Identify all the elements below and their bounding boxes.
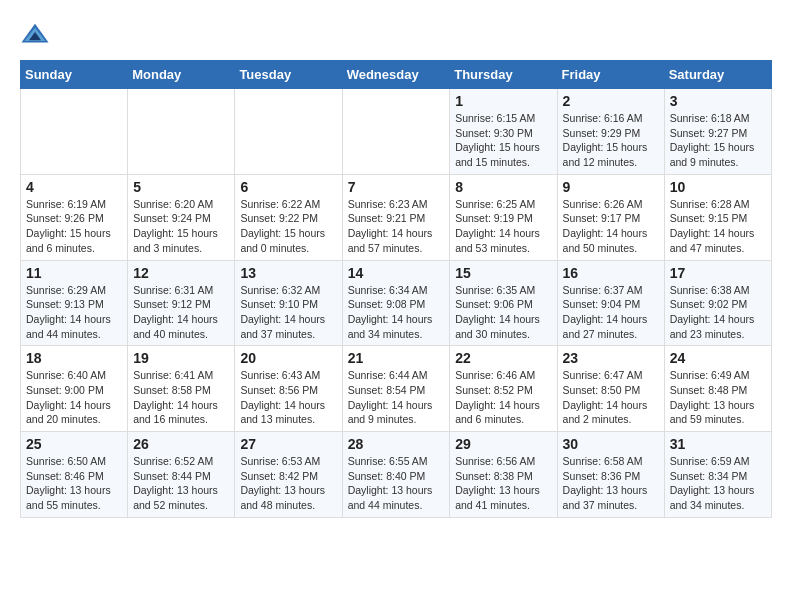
day-number: 9 — [563, 179, 659, 195]
day-number: 21 — [348, 350, 445, 366]
day-number: 4 — [26, 179, 122, 195]
logo — [20, 20, 54, 50]
calendar-cell: 25Sunrise: 6:50 AM Sunset: 8:46 PM Dayli… — [21, 432, 128, 518]
calendar-cell: 26Sunrise: 6:52 AM Sunset: 8:44 PM Dayli… — [128, 432, 235, 518]
day-number: 5 — [133, 179, 229, 195]
day-info: Sunrise: 6:55 AM Sunset: 8:40 PM Dayligh… — [348, 454, 445, 513]
day-number: 25 — [26, 436, 122, 452]
logo-icon — [20, 20, 50, 50]
day-info: Sunrise: 6:38 AM Sunset: 9:02 PM Dayligh… — [670, 283, 766, 342]
calendar-cell: 5Sunrise: 6:20 AM Sunset: 9:24 PM Daylig… — [128, 174, 235, 260]
calendar-header-row: SundayMondayTuesdayWednesdayThursdayFrid… — [21, 61, 772, 89]
calendar-cell: 22Sunrise: 6:46 AM Sunset: 8:52 PM Dayli… — [450, 346, 557, 432]
day-number: 22 — [455, 350, 551, 366]
day-number: 23 — [563, 350, 659, 366]
day-number: 18 — [26, 350, 122, 366]
calendar-cell: 10Sunrise: 6:28 AM Sunset: 9:15 PM Dayli… — [664, 174, 771, 260]
day-number: 26 — [133, 436, 229, 452]
day-number: 3 — [670, 93, 766, 109]
page-header — [20, 20, 772, 50]
day-info: Sunrise: 6:53 AM Sunset: 8:42 PM Dayligh… — [240, 454, 336, 513]
day-number: 7 — [348, 179, 445, 195]
calendar-cell: 19Sunrise: 6:41 AM Sunset: 8:58 PM Dayli… — [128, 346, 235, 432]
day-number: 24 — [670, 350, 766, 366]
calendar-cell: 9Sunrise: 6:26 AM Sunset: 9:17 PM Daylig… — [557, 174, 664, 260]
day-info: Sunrise: 6:31 AM Sunset: 9:12 PM Dayligh… — [133, 283, 229, 342]
day-info: Sunrise: 6:34 AM Sunset: 9:08 PM Dayligh… — [348, 283, 445, 342]
calendar-cell: 8Sunrise: 6:25 AM Sunset: 9:19 PM Daylig… — [450, 174, 557, 260]
day-info: Sunrise: 6:32 AM Sunset: 9:10 PM Dayligh… — [240, 283, 336, 342]
day-number: 1 — [455, 93, 551, 109]
day-info: Sunrise: 6:23 AM Sunset: 9:21 PM Dayligh… — [348, 197, 445, 256]
day-number: 28 — [348, 436, 445, 452]
calendar-cell: 7Sunrise: 6:23 AM Sunset: 9:21 PM Daylig… — [342, 174, 450, 260]
calendar-cell: 31Sunrise: 6:59 AM Sunset: 8:34 PM Dayli… — [664, 432, 771, 518]
day-number: 13 — [240, 265, 336, 281]
day-header-tuesday: Tuesday — [235, 61, 342, 89]
calendar-cell: 30Sunrise: 6:58 AM Sunset: 8:36 PM Dayli… — [557, 432, 664, 518]
day-number: 12 — [133, 265, 229, 281]
day-number: 17 — [670, 265, 766, 281]
day-number: 20 — [240, 350, 336, 366]
day-info: Sunrise: 6:15 AM Sunset: 9:30 PM Dayligh… — [455, 111, 551, 170]
calendar-cell: 18Sunrise: 6:40 AM Sunset: 9:00 PM Dayli… — [21, 346, 128, 432]
day-header-monday: Monday — [128, 61, 235, 89]
day-info: Sunrise: 6:46 AM Sunset: 8:52 PM Dayligh… — [455, 368, 551, 427]
calendar-cell: 28Sunrise: 6:55 AM Sunset: 8:40 PM Dayli… — [342, 432, 450, 518]
day-info: Sunrise: 6:20 AM Sunset: 9:24 PM Dayligh… — [133, 197, 229, 256]
calendar-cell: 11Sunrise: 6:29 AM Sunset: 9:13 PM Dayli… — [21, 260, 128, 346]
day-info: Sunrise: 6:56 AM Sunset: 8:38 PM Dayligh… — [455, 454, 551, 513]
day-number: 19 — [133, 350, 229, 366]
day-number: 16 — [563, 265, 659, 281]
day-info: Sunrise: 6:44 AM Sunset: 8:54 PM Dayligh… — [348, 368, 445, 427]
day-info: Sunrise: 6:59 AM Sunset: 8:34 PM Dayligh… — [670, 454, 766, 513]
day-header-wednesday: Wednesday — [342, 61, 450, 89]
day-info: Sunrise: 6:47 AM Sunset: 8:50 PM Dayligh… — [563, 368, 659, 427]
day-info: Sunrise: 6:29 AM Sunset: 9:13 PM Dayligh… — [26, 283, 122, 342]
day-number: 2 — [563, 93, 659, 109]
calendar-cell: 1Sunrise: 6:15 AM Sunset: 9:30 PM Daylig… — [450, 89, 557, 175]
calendar-cell: 24Sunrise: 6:49 AM Sunset: 8:48 PM Dayli… — [664, 346, 771, 432]
calendar-cell: 15Sunrise: 6:35 AM Sunset: 9:06 PM Dayli… — [450, 260, 557, 346]
day-number: 31 — [670, 436, 766, 452]
day-info: Sunrise: 6:22 AM Sunset: 9:22 PM Dayligh… — [240, 197, 336, 256]
calendar-cell: 23Sunrise: 6:47 AM Sunset: 8:50 PM Dayli… — [557, 346, 664, 432]
calendar-cell — [235, 89, 342, 175]
day-number: 30 — [563, 436, 659, 452]
calendar-cell: 12Sunrise: 6:31 AM Sunset: 9:12 PM Dayli… — [128, 260, 235, 346]
day-info: Sunrise: 6:37 AM Sunset: 9:04 PM Dayligh… — [563, 283, 659, 342]
day-info: Sunrise: 6:35 AM Sunset: 9:06 PM Dayligh… — [455, 283, 551, 342]
day-info: Sunrise: 6:52 AM Sunset: 8:44 PM Dayligh… — [133, 454, 229, 513]
calendar-week-row: 11Sunrise: 6:29 AM Sunset: 9:13 PM Dayli… — [21, 260, 772, 346]
calendar-cell — [128, 89, 235, 175]
day-number: 8 — [455, 179, 551, 195]
calendar-week-row: 25Sunrise: 6:50 AM Sunset: 8:46 PM Dayli… — [21, 432, 772, 518]
day-info: Sunrise: 6:28 AM Sunset: 9:15 PM Dayligh… — [670, 197, 766, 256]
calendar-cell: 16Sunrise: 6:37 AM Sunset: 9:04 PM Dayli… — [557, 260, 664, 346]
day-header-saturday: Saturday — [664, 61, 771, 89]
calendar-week-row: 18Sunrise: 6:40 AM Sunset: 9:00 PM Dayli… — [21, 346, 772, 432]
day-info: Sunrise: 6:58 AM Sunset: 8:36 PM Dayligh… — [563, 454, 659, 513]
day-header-sunday: Sunday — [21, 61, 128, 89]
day-number: 14 — [348, 265, 445, 281]
calendar-cell — [21, 89, 128, 175]
calendar-cell: 21Sunrise: 6:44 AM Sunset: 8:54 PM Dayli… — [342, 346, 450, 432]
day-number: 11 — [26, 265, 122, 281]
day-info: Sunrise: 6:43 AM Sunset: 8:56 PM Dayligh… — [240, 368, 336, 427]
day-info: Sunrise: 6:40 AM Sunset: 9:00 PM Dayligh… — [26, 368, 122, 427]
calendar-cell — [342, 89, 450, 175]
day-info: Sunrise: 6:50 AM Sunset: 8:46 PM Dayligh… — [26, 454, 122, 513]
day-info: Sunrise: 6:41 AM Sunset: 8:58 PM Dayligh… — [133, 368, 229, 427]
calendar-cell: 3Sunrise: 6:18 AM Sunset: 9:27 PM Daylig… — [664, 89, 771, 175]
calendar-cell: 29Sunrise: 6:56 AM Sunset: 8:38 PM Dayli… — [450, 432, 557, 518]
calendar-week-row: 4Sunrise: 6:19 AM Sunset: 9:26 PM Daylig… — [21, 174, 772, 260]
calendar-cell: 14Sunrise: 6:34 AM Sunset: 9:08 PM Dayli… — [342, 260, 450, 346]
day-info: Sunrise: 6:18 AM Sunset: 9:27 PM Dayligh… — [670, 111, 766, 170]
day-number: 27 — [240, 436, 336, 452]
calendar-week-row: 1Sunrise: 6:15 AM Sunset: 9:30 PM Daylig… — [21, 89, 772, 175]
day-number: 10 — [670, 179, 766, 195]
day-number: 6 — [240, 179, 336, 195]
day-number: 29 — [455, 436, 551, 452]
day-number: 15 — [455, 265, 551, 281]
day-info: Sunrise: 6:26 AM Sunset: 9:17 PM Dayligh… — [563, 197, 659, 256]
